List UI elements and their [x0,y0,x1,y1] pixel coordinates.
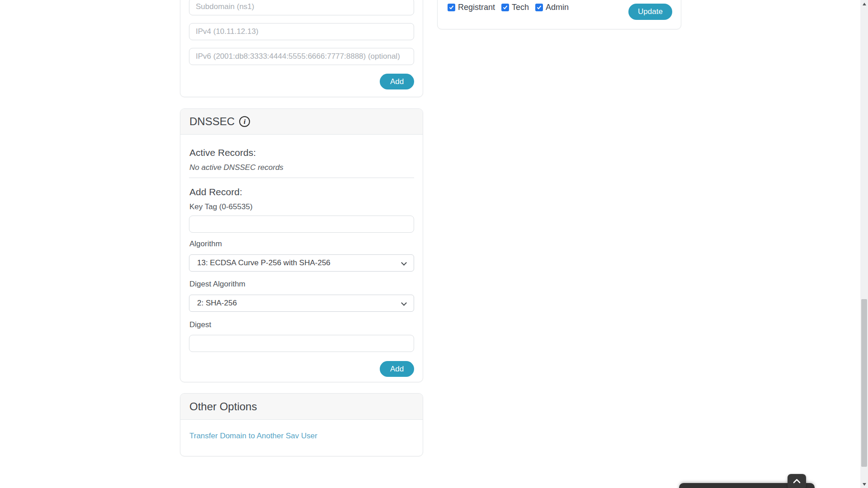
other-options-title: Other Options [189,400,257,413]
tech-checkbox[interactable] [501,4,509,11]
ipv4-input[interactable] [189,23,414,40]
registrant-checkbox-label: Registrant [458,3,495,12]
dnssec-title: DNSSEC i [189,115,250,128]
active-records-heading: Active Records: [189,147,256,158]
algorithm-select[interactable]: 13: ECDSA Curve P-256 with SHA-256 [189,254,414,272]
add-dnssec-record-button[interactable]: Add [380,361,414,377]
other-options-card: Other Options Transfer Domain to Another… [180,393,423,456]
info-circle-icon[interactable]: i [239,116,250,127]
chevron-down-icon [401,300,407,306]
update-contacts-button[interactable]: Update [628,4,672,20]
dnssec-card-header: DNSSEC i [180,109,423,135]
scrollbar-down-arrow[interactable] [860,480,868,488]
tech-checkbox-label: Tech [512,3,529,12]
chevron-down-icon [401,260,407,266]
add-record-heading: Add Record: [189,187,242,197]
algorithm-label: Algorithm [189,239,222,249]
nameserver-card: Add [180,0,423,97]
chevron-up-icon [793,479,801,483]
triangle-down-icon [863,483,866,486]
subdomain-input[interactable] [189,0,414,15]
scroll-to-top-button[interactable] [788,474,806,488]
algorithm-selected-value: 13: ECDSA Curve P-256 with SHA-256 [197,258,330,267]
other-options-card-header: Other Options [180,394,423,420]
add-nameserver-button[interactable]: Add [380,74,414,89]
digest-input[interactable] [189,335,414,352]
scrollbar [860,0,868,488]
digest-algorithm-select[interactable]: 2: SHA-256 [189,295,414,312]
registrant-checkbox[interactable] [448,4,455,11]
no-records-message: No active DNSSEC records [189,163,283,172]
contact-checkbox-row: Registrant Tech Admin [448,3,569,12]
dnssec-card: DNSSEC i Active Records: No active DNSSE… [180,108,423,382]
digest-label: Digest [189,320,211,329]
registrant-checkbox-group: Registrant [448,3,495,12]
key-tag-label: Key Tag (0-65535) [189,202,253,211]
dnssec-title-text: DNSSEC [189,115,235,128]
admin-checkbox[interactable] [535,4,543,11]
admin-checkbox-group: Admin [535,3,569,12]
digest-algorithm-selected-value: 2: SHA-256 [197,299,237,308]
ipv6-input[interactable] [189,48,414,65]
divider [189,178,414,178]
check-icon [537,5,541,9]
page: Add Registrant Tech Admin Update DNSSEC … [0,0,868,488]
digest-algorithm-label: Digest Algorithm [189,280,245,289]
scrollbar-up-arrow[interactable] [860,0,868,8]
check-icon [449,5,453,9]
triangle-up-icon [863,3,866,5]
scrollbar-thumb[interactable] [861,299,867,467]
admin-checkbox-label: Admin [546,3,569,12]
tech-checkbox-group: Tech [501,3,529,12]
check-icon [503,5,507,9]
key-tag-input[interactable] [189,216,414,233]
contacts-card: Registrant Tech Admin Update [437,0,681,29]
transfer-domain-link[interactable]: Transfer Domain to Another Sav User [189,432,317,441]
